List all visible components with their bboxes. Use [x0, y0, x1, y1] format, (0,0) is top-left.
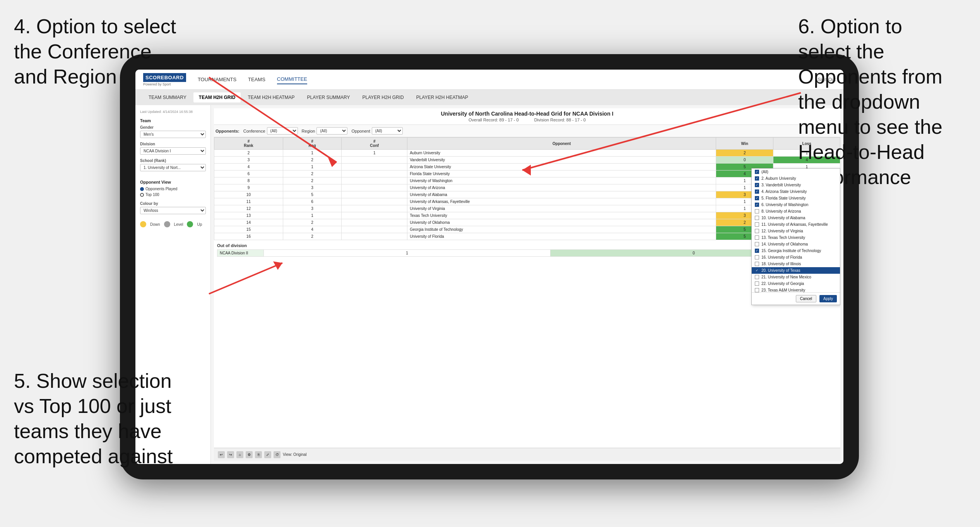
cell-opponent: University of Florida — [407, 233, 716, 240]
apply-button[interactable]: Apply — [819, 295, 837, 302]
dropdown-item-label: 13. Texas Tech University — [761, 235, 805, 240]
redo-icon[interactable]: ↪ — [227, 451, 234, 458]
right-area: University of North Carolina Head-to-Hea… — [211, 105, 843, 464]
cell-reg: 4 — [283, 226, 341, 233]
dropdown-item-label: 11. University of Arkansas, Fayetteville — [761, 222, 828, 227]
fit-icon[interactable]: ⤢ — [264, 451, 271, 458]
cell-conf — [342, 212, 407, 219]
dropdown-item[interactable]: ✓ 20. University of Texas — [752, 267, 840, 274]
region-select[interactable]: (All) — [316, 127, 347, 135]
copy-icon[interactable]: ⎘ — [255, 451, 262, 458]
subnav-player-h2h-heatmap[interactable]: PLAYER H2H HEATMAP — [411, 92, 474, 102]
dropdown-item[interactable]: ✓ 4. Arizona State University — [752, 188, 840, 195]
cell-opponent: Florida State University — [407, 171, 716, 177]
dropdown-item[interactable]: 16. University of Florida — [752, 254, 840, 261]
dropdown-item[interactable]: 23. Texas A&M University — [752, 287, 840, 292]
subnav-player-h2h-grid[interactable]: PLAYER H2H GRID — [357, 92, 409, 102]
dropdown-checkbox: ✓ — [755, 176, 759, 181]
cell-opponent: University of Virginia — [407, 205, 716, 212]
dropdown-item[interactable]: 22. University of Georgia — [752, 280, 840, 287]
cell-reg: 2 — [283, 219, 341, 226]
table-row: 13 1 Texas Tech University 3 0 — [214, 212, 840, 219]
cell-opponent: Texas Tech University — [407, 212, 716, 219]
legend-up-dot — [187, 221, 193, 227]
opponent-option-played[interactable]: Opponents Played — [140, 187, 206, 191]
out-of-division-table: NCAA Division II 1 0 — [217, 249, 837, 257]
opponent-label: Opponent — [351, 129, 370, 133]
undo-icon[interactable]: ↩ — [218, 451, 225, 458]
dropdown-item[interactable]: 8. University of Arizona — [752, 208, 840, 215]
cell-conf — [342, 177, 407, 184]
gender-select[interactable]: Men's — [140, 131, 206, 138]
cell-opponent: University of Arkansas, Fayetteville — [407, 198, 716, 205]
school-select[interactable]: 1. University of Nort... — [140, 164, 206, 171]
settings-icon[interactable]: ⚙ — [246, 451, 253, 458]
opponents-label: Opponents: — [215, 129, 239, 133]
dropdown-item[interactable]: 13. Texas Tech University — [752, 234, 840, 241]
table-row: 16 2 University of Florida 5 1 — [214, 233, 840, 240]
subnav-player-summary[interactable]: PLAYER SUMMARY — [302, 92, 356, 102]
colour-by-label: Colour by — [140, 201, 206, 206]
dropdown-item[interactable]: 12. University of Virginia — [752, 228, 840, 234]
cell-rank: 12 — [214, 205, 283, 212]
opponent-option-top100[interactable]: Top 100 — [140, 193, 206, 197]
cell-conf — [342, 191, 407, 198]
cell-rank: 8 — [214, 177, 283, 184]
legend-down-label: Down — [150, 222, 160, 227]
cell-conf — [342, 164, 407, 171]
nav-teams[interactable]: TEAMS — [248, 75, 265, 84]
subnav-team-h2h-grid[interactable]: TEAM H2H GRID — [193, 92, 241, 102]
dropdown-checkbox — [755, 235, 759, 240]
cell-rank: 11 — [214, 198, 283, 205]
cancel-button[interactable]: Cancel — [796, 295, 816, 302]
col-conf: #Conf — [342, 138, 407, 150]
radio-played-label: Opponents Played — [145, 187, 177, 191]
dropdown-item[interactable]: ✓ 2. Auburn University — [752, 175, 840, 182]
col-win: Win — [716, 138, 773, 150]
dropdown-item[interactable]: 14. University of Oklahoma — [752, 241, 840, 247]
cell-reg: 2 — [283, 157, 341, 164]
nav-committee[interactable]: COMMITTEE — [277, 75, 307, 84]
dropdown-item[interactable]: 10. University of Alabama — [752, 215, 840, 221]
cell-conf: 1 — [342, 150, 407, 157]
radio-played — [140, 187, 144, 191]
dropdown-item[interactable]: 11. University of Arkansas, Fayetteville — [752, 221, 840, 228]
cell-win: 0 — [716, 157, 773, 164]
colour-by-select[interactable]: Win/loss — [140, 207, 206, 214]
dropdown-checkbox — [755, 288, 759, 292]
division-select[interactable]: NCAA Division I — [140, 147, 206, 155]
subnav-team-summary[interactable]: TEAM SUMMARY — [143, 92, 192, 102]
dropdown-item[interactable]: 21. University of New Mexico — [752, 274, 840, 280]
col-reg: #Reg — [283, 138, 341, 150]
cell-rank: 16 — [214, 233, 283, 240]
cell-conf — [342, 198, 407, 205]
col-rank: #Rank — [214, 138, 283, 150]
dropdown-checkbox: ✓ — [755, 170, 759, 174]
region-label: Region — [302, 129, 315, 133]
dropdown-item[interactable]: ✓ 3. Vanderbilt University — [752, 182, 840, 188]
home-icon[interactable]: ⌂ — [236, 451, 243, 458]
table-row: 3 2 Vanderbilt University 0 4 — [214, 157, 840, 164]
data-table: #Rank #Reg #Conf Opponent Win Loss — [214, 137, 840, 240]
cell-reg: 2 — [283, 171, 341, 177]
dropdown-item[interactable]: ✓ (All) — [752, 169, 840, 175]
region-filter-group: Region (All) — [302, 127, 348, 135]
report-wrap: University of North Carolina Head-to-Hea… — [214, 108, 840, 461]
subnav-team-h2h-heatmap[interactable]: TEAM H2H HEATMAP — [242, 92, 300, 102]
dropdown-item[interactable]: ✓ 5. Florida State University — [752, 195, 840, 201]
opponent-select[interactable]: (All) — [372, 127, 403, 135]
cell-conf — [342, 226, 407, 233]
cell-opponent: University of Alabama — [407, 191, 716, 198]
dropdown-item-label: 6. University of Washington — [761, 203, 808, 207]
clock-icon[interactable]: ⏱ — [274, 451, 280, 458]
table-row: 14 2 University of Oklahoma 2 2 — [214, 219, 840, 226]
dropdown-item[interactable]: ✓ 15. Georgia Institute of Technology — [752, 247, 840, 254]
cell-rank: 6 — [214, 171, 283, 177]
conference-select[interactable]: (All) — [267, 127, 298, 135]
dropdown-item[interactable]: 18. University of Illinois — [752, 261, 840, 267]
dropdown-item[interactable]: ✓ 6. University of Washington — [752, 201, 840, 208]
cell-reg: 5 — [283, 191, 341, 198]
dropdown-item-label: 22. University of Georgia — [761, 281, 804, 286]
view-label: View: Original — [283, 452, 307, 457]
cell-reg: 3 — [283, 184, 341, 191]
